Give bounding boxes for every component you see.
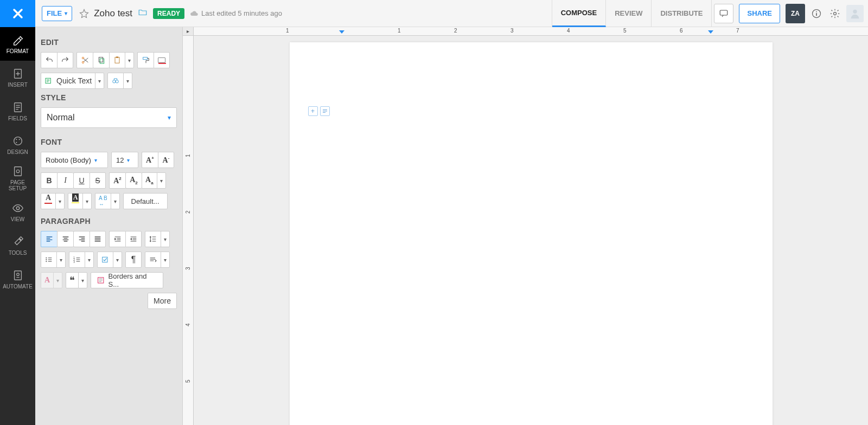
- chevron-down-icon[interactable]: ▾: [123, 73, 132, 88]
- chevron-down-icon[interactable]: ▾: [85, 252, 93, 267]
- insert-text-button[interactable]: [320, 106, 330, 116]
- scissors-icon: [81, 56, 90, 65]
- indent-marker-right[interactable]: [708, 30, 713, 34]
- style-select[interactable]: Normal ▾: [41, 107, 177, 128]
- indent-increase-button[interactable]: [109, 231, 125, 247]
- ruler-toggle[interactable]: ▸: [183, 27, 194, 36]
- svg-point-10: [18, 139, 20, 140]
- paint-roller-icon: [142, 56, 150, 65]
- chevron-down-icon[interactable]: ▾: [161, 252, 169, 267]
- chevron-down-icon[interactable]: ▾: [111, 194, 119, 209]
- document-page[interactable]: +: [290, 42, 773, 425]
- chevron-down-icon[interactable]: ▾: [55, 194, 64, 209]
- subscript-button[interactable]: A2: [125, 172, 142, 189]
- chevron-down-icon[interactable]: ▾: [53, 273, 62, 288]
- rail-format[interactable]: FORMAT: [0, 27, 35, 61]
- paste-button[interactable]: ▾: [109, 52, 134, 68]
- settings-button[interactable]: [827, 5, 843, 22]
- cut-button[interactable]: [76, 52, 93, 68]
- indent-decrease-button[interactable]: [125, 231, 142, 247]
- chevron-down-icon[interactable]: ▾: [113, 252, 122, 267]
- strikethrough-icon: S: [95, 176, 100, 185]
- bold-button[interactable]: B: [41, 172, 57, 189]
- drop-cap-button[interactable]: A▾: [41, 272, 62, 288]
- align-left-button[interactable]: [41, 231, 57, 247]
- numbered-list-button[interactable]: 123▾: [69, 252, 94, 268]
- document-canvas[interactable]: +: [194, 36, 868, 425]
- info-button[interactable]: [808, 5, 825, 22]
- indent-marker-left[interactable]: [339, 30, 344, 34]
- line-spacing-button[interactable]: ▾: [145, 231, 170, 247]
- rail-page-setup[interactable]: PAGE SETUP: [0, 162, 35, 195]
- blockquote-button[interactable]: ❝▾: [66, 272, 87, 288]
- rail-fields[interactable]: FIELDS: [0, 94, 35, 128]
- highlight-color-button[interactable]: A▾: [68, 193, 92, 209]
- redo-button[interactable]: [57, 52, 73, 68]
- chevron-down-icon[interactable]: ▾: [78, 273, 87, 288]
- status-badge[interactable]: READY: [153, 8, 184, 19]
- chevron-down-icon[interactable]: ▾: [161, 231, 169, 247]
- document-title[interactable]: Zoho test: [94, 8, 132, 19]
- line-spacing-icon: [149, 235, 157, 243]
- tab-review[interactable]: REVIEW: [606, 0, 652, 27]
- file-menu-button[interactable]: FILE ▾: [42, 6, 72, 21]
- chevron-down-icon[interactable]: ▾: [95, 73, 104, 88]
- kerning-default-button[interactable]: Default...: [123, 193, 168, 209]
- svg-point-29: [46, 261, 47, 262]
- edit-section-title: EDIT: [41, 38, 177, 47]
- rail-tools[interactable]: TOOLS: [0, 229, 35, 262]
- increase-font-button[interactable]: A+: [142, 152, 158, 168]
- bullet-list-button[interactable]: ▾: [41, 252, 66, 268]
- rail-view[interactable]: VIEW: [0, 195, 35, 229]
- find-replace-button[interactable]: ▾: [107, 73, 132, 89]
- chevron-down-icon[interactable]: ▾: [56, 252, 65, 267]
- more-button[interactable]: More: [148, 293, 177, 309]
- tab-compose[interactable]: COMPOSE: [552, 0, 606, 27]
- pilcrow-icon: ¶: [131, 255, 136, 265]
- app-logo[interactable]: [0, 0, 35, 27]
- folder-button[interactable]: [138, 8, 148, 20]
- plus-icon: +: [311, 107, 315, 115]
- font-family-select[interactable]: Roboto (Body)▾: [41, 152, 108, 168]
- align-center-button[interactable]: [57, 231, 73, 247]
- chevron-down-icon[interactable]: ▾: [82, 194, 91, 209]
- borders-shading-button[interactable]: Borders and S...: [91, 272, 163, 288]
- checklist-button[interactable]: ▾: [97, 252, 122, 268]
- horizontal-ruler[interactable]: 1 1 2 3 4 5 6 7: [194, 27, 868, 36]
- change-case-button[interactable]: Aa▾: [142, 172, 166, 189]
- add-block-button[interactable]: +: [308, 106, 318, 116]
- drop-cap-icon: A: [44, 276, 50, 285]
- text-direction-button[interactable]: ▾: [145, 252, 170, 268]
- quick-text-button[interactable]: Quick Text ▾: [41, 73, 104, 89]
- tab-distribute[interactable]: DISTRIBUTE: [652, 0, 711, 27]
- decrease-font-button[interactable]: A-: [158, 152, 174, 168]
- rail-design[interactable]: DESIGN: [0, 128, 35, 162]
- rail-insert[interactable]: INSERT: [0, 61, 35, 94]
- align-justify-button[interactable]: [90, 231, 106, 247]
- svg-point-9: [16, 139, 17, 140]
- favorite-star-button[interactable]: [78, 7, 91, 20]
- comment-button[interactable]: [714, 4, 733, 23]
- italic-button[interactable]: I: [57, 172, 73, 189]
- underline-button[interactable]: U: [73, 172, 90, 189]
- chevron-down-icon[interactable]: ▾: [157, 173, 165, 188]
- superscript-button[interactable]: A2: [109, 172, 125, 189]
- font-size-select[interactable]: 12▾: [111, 152, 138, 168]
- strikethrough-button[interactable]: S: [90, 172, 106, 189]
- zia-assistant-button[interactable]: ZA: [786, 4, 805, 23]
- char-spacing-button[interactable]: A B↔▾: [95, 193, 120, 209]
- vertical-ruler[interactable]: 1 2 3 4 5: [183, 36, 194, 425]
- rail-automate[interactable]: AUTOMATE: [0, 262, 35, 296]
- paragraph-direction-button[interactable]: ¶: [125, 252, 142, 268]
- copy-button[interactable]: [93, 52, 109, 68]
- share-button[interactable]: SHARE: [739, 4, 780, 23]
- undo-button[interactable]: [41, 52, 57, 68]
- format-painter-button[interactable]: [137, 52, 154, 68]
- font-color-button[interactable]: A▾: [41, 193, 65, 209]
- copy-icon: [97, 56, 106, 65]
- user-avatar[interactable]: [846, 5, 864, 22]
- clear-format-button[interactable]: [154, 52, 170, 68]
- chevron-down-icon: ▾: [94, 157, 97, 163]
- align-right-button[interactable]: [73, 231, 90, 247]
- chevron-down-icon[interactable]: ▾: [125, 53, 133, 68]
